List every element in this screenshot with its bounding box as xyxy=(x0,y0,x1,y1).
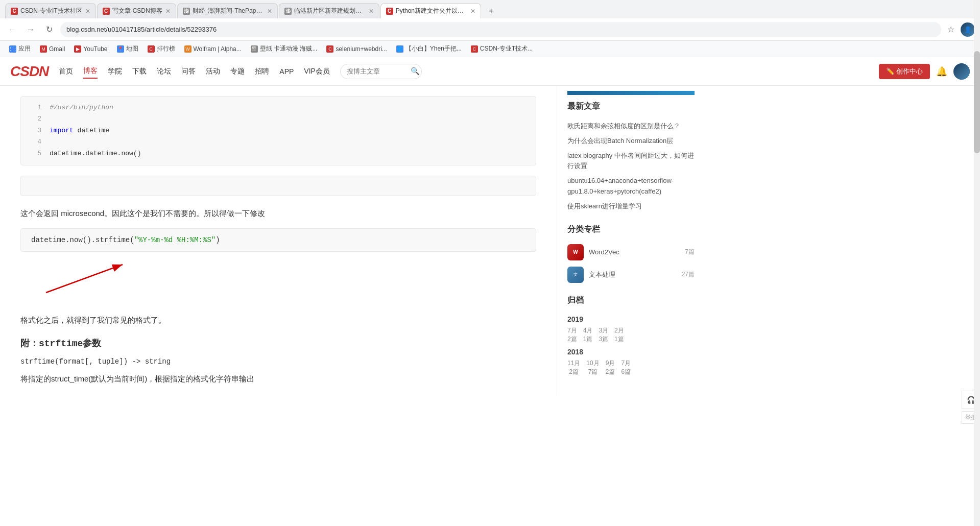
tab-close-tab2[interactable]: ✕ xyxy=(165,8,171,15)
nav-download[interactable]: 下载 xyxy=(132,65,147,78)
sidebar-article-art3[interactable]: latex biography 中作者间间距过大，如何进行设置 xyxy=(567,151,695,172)
bookmark-bm7[interactable]: 壁 壁纸 卡通动漫 海贼... xyxy=(247,43,322,55)
sidebar-archive-content: 2019 7月 2篇 4月 1篇 3月 3篇 2月 1篇 2018 11月 2篇… xyxy=(567,315,695,376)
tab-close-tab1[interactable]: ✕ xyxy=(85,8,90,15)
archive-year-label-2018: 2018 xyxy=(567,348,695,356)
nav-forum[interactable]: 论坛 xyxy=(157,65,171,78)
address-input[interactable] xyxy=(60,22,941,37)
bookmark-bm5[interactable]: C 排行榜 xyxy=(144,43,179,55)
archive-month-2019-4月[interactable]: 4月 1篇 xyxy=(583,326,593,344)
bookmark-label-bm9: 【小白】Yhen手把... xyxy=(405,44,462,53)
archive-year-label-2019: 2019 xyxy=(567,315,695,323)
archive-month-2018-10月[interactable]: 10月 7篇 xyxy=(586,359,599,376)
sidebar-category-cat1[interactable]: W Word2Vec 7篇 xyxy=(567,244,695,260)
month-label: 10月 xyxy=(586,359,599,368)
code-text-content: datetime.datetime.now() xyxy=(50,150,141,157)
browser-tab-tab2[interactable]: C 写文章-CSDN博客 ✕ xyxy=(97,3,176,18)
new-tab-button[interactable]: + xyxy=(484,4,498,18)
category-icon-cat1: W xyxy=(567,244,584,260)
back-button[interactable]: ← xyxy=(5,22,19,37)
category-count-cat1: 7篇 xyxy=(685,248,695,256)
csdn-search-input[interactable] xyxy=(340,64,422,79)
category-icon-cat2: 文 xyxy=(567,267,584,283)
tab-favicon-tab4: 澎 xyxy=(284,8,292,15)
bookmark-label-bm8: selenium+webdri... xyxy=(336,45,387,53)
bookmark-bm9[interactable]: 🌐 【小白】Yhen手把... xyxy=(392,43,466,55)
user-avatar[interactable] xyxy=(953,63,970,80)
sidebar-article-art4[interactable]: ubuntu16.04+anaconda+tensorflow-gpu1.8.0… xyxy=(567,176,695,197)
nav-blog[interactable]: 博客 xyxy=(83,64,98,79)
archive-year-2019: 2019 7月 2篇 4月 1篇 3月 3篇 2月 1篇 xyxy=(567,315,695,344)
bookmark-favicon-bm4: 📍 xyxy=(117,45,124,53)
forward-button[interactable]: → xyxy=(23,22,38,37)
code-inline-block: datetime.now().strftime("%Y-%m-%d %H:%M:… xyxy=(20,228,536,252)
tab-close-tab5[interactable]: ✕ xyxy=(470,8,475,15)
tab-label-tab3: 财经_澎湃新闻-ThePaper.cn xyxy=(193,7,264,15)
archive-month-2019-7月[interactable]: 7月 2篇 xyxy=(567,326,577,344)
csdn-logo[interactable]: CSDN xyxy=(10,63,49,80)
bookmark-label-bm7: 壁纸 卡通动漫 海贼... xyxy=(260,44,318,53)
bookmark-favicon-bm9: 🌐 xyxy=(396,45,403,53)
month-count: 2篇 xyxy=(606,368,615,376)
tab-close-tab3[interactable]: ✕ xyxy=(267,8,272,15)
profile-button[interactable]: 👤 xyxy=(961,22,975,37)
bookmark-bm1[interactable]: ⋮⋮ 应用 xyxy=(5,43,35,55)
archive-month-2018-11月[interactable]: 11月 2篇 xyxy=(567,359,580,376)
nav-academy[interactable]: 学院 xyxy=(108,65,122,78)
month-count: 2篇 xyxy=(567,368,580,376)
line-number-3: 3 xyxy=(29,126,41,137)
nav-vip[interactable]: VIP会员 xyxy=(304,65,330,78)
refresh-button[interactable]: ↻ xyxy=(42,22,56,37)
nav-app[interactable]: APP xyxy=(279,65,294,78)
bookmark-bm2[interactable]: M Gmail xyxy=(36,44,69,54)
category-name-cat1: Word2Vec xyxy=(589,248,680,256)
bookmark-favicon-bm2: M xyxy=(40,45,47,53)
archive-month-2018-7月[interactable]: 7月 6篇 xyxy=(621,359,631,376)
sidebar-category-cat2[interactable]: 文 文本处理 27篇 xyxy=(567,267,695,283)
archive-months-2019: 7月 2篇 4月 1篇 3月 3篇 2月 1篇 xyxy=(567,326,695,344)
bookmark-label-bm6: Wolfram | Alpha... xyxy=(194,45,242,53)
bookmark-bm3[interactable]: ▶ YouTube xyxy=(70,44,111,54)
nav-topics[interactable]: 专题 xyxy=(230,65,245,78)
bookmark-bm10[interactable]: C CSDN-专业T技术... xyxy=(467,43,537,55)
article-body: 1 #/usr/bin/python 2 3 import datetime 4… xyxy=(0,86,557,396)
bookmark-label-bm2: Gmail xyxy=(49,45,65,53)
month-label: 9月 xyxy=(606,359,615,368)
nav-events[interactable]: 活动 xyxy=(206,65,220,78)
avatar-image xyxy=(953,63,970,80)
archive-month-2019-2月[interactable]: 2月 1篇 xyxy=(614,326,624,344)
sidebar-archive-title: 归档 xyxy=(567,295,695,309)
bookmarks-bar: ⋮⋮ 应用 M Gmail ▶ YouTube 📍 地图 C 排行榜 W Wol… xyxy=(0,41,980,57)
sidebar-article-art5[interactable]: 使用sklearn进行增量学习 xyxy=(567,201,695,212)
scrollbar-thumb[interactable] xyxy=(974,51,980,153)
bookmark-favicon-bm5: C xyxy=(148,45,155,53)
scrollbar-area[interactable] xyxy=(974,0,980,396)
browser-tab-tab5[interactable]: C Python新建文件夹并以当前时间... ✕ xyxy=(380,3,481,18)
tab-close-tab4[interactable]: ✕ xyxy=(369,8,374,15)
create-center-button[interactable]: ✏️ 创作中心 xyxy=(879,64,930,79)
code-text-3: import datetime xyxy=(50,125,109,136)
archive-month-2018-9月[interactable]: 9月 2篇 xyxy=(606,359,615,376)
archive-month-2019-3月[interactable]: 3月 3篇 xyxy=(599,326,608,344)
bookmark-bm8[interactable]: C selenium+webdri... xyxy=(322,44,391,54)
tab-favicon-tab3: 澎 xyxy=(183,8,190,15)
bookmark-star-button[interactable]: ☆ xyxy=(945,22,957,36)
browser-tab-tab1[interactable]: C CSDN-专业IT技术社区 ✕ xyxy=(5,3,96,18)
tab-favicon-tab1: C xyxy=(11,8,18,15)
bookmark-bm6[interactable]: W Wolfram | Alpha... xyxy=(180,44,246,54)
search-icon[interactable]: 🔍 xyxy=(411,67,419,75)
nav-qa[interactable]: 问答 xyxy=(181,65,196,78)
bookmark-favicon-bm10: C xyxy=(471,45,478,53)
line-number-4: 4 xyxy=(29,137,41,148)
browser-tab-tab3[interactable]: 澎 财经_澎湃新闻-ThePaper.cn ✕ xyxy=(177,3,278,18)
bookmark-label-bm4: 地图 xyxy=(126,44,138,53)
nav-home[interactable]: 首页 xyxy=(59,65,73,78)
sidebar-article-art1[interactable]: 欧氏距离和余弦相似度的区别是什么？ xyxy=(567,121,695,132)
func-description: 将指定的struct_time(默认为当前时间)，根据指定的格式化字符串输出 xyxy=(20,372,536,386)
browser-tab-tab4[interactable]: 澎 临港新片区新基建规划：探索国... ✕ xyxy=(279,3,379,18)
sidebar-article-art2[interactable]: 为什么会出现Batch Normalization层 xyxy=(567,136,695,147)
notification-bell-icon[interactable]: 🔔 xyxy=(936,66,947,77)
bookmark-bm4[interactable]: 📍 地图 xyxy=(113,43,142,55)
nav-recruit[interactable]: 招聘 xyxy=(255,65,269,78)
month-label: 7月 xyxy=(621,359,631,368)
